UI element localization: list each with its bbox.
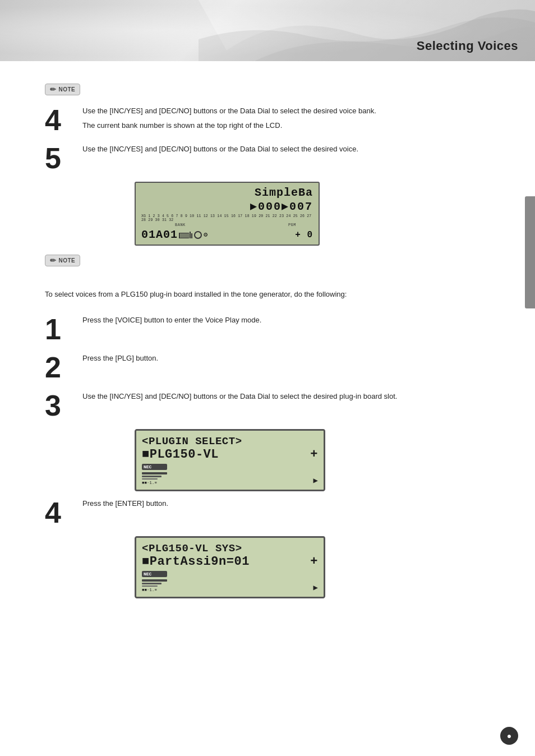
main-content: ✏ NOTE 4 Use the [INC/YES] and [DEC/NO] … — [0, 61, 535, 616]
lcd3-line2-plus: + — [310, 555, 318, 569]
mid-note-label: NOTE — [59, 257, 76, 264]
step-4b-text: Press the [ENTER] button. — [82, 498, 501, 509]
step-1-number: 1 — [45, 315, 76, 344]
lcd1-bank-label: BANK — [175, 223, 186, 227]
lcd3-bottom: NEC ■■·1.≡ ▶ — [142, 571, 318, 592]
lcd1-number-row: XG 1 2 3 4 5 6 7 8 9 10 11 12 13 14 15 1… — [141, 214, 313, 222]
step-2-block: 2 Press the [PLG] button. — [45, 353, 501, 384]
plugin-intro-text: To select voices from a PLG150 plug-in b… — [45, 289, 501, 300]
step-4-text-1: Use the [INC/YES] and [DEC/NO] buttons o… — [82, 105, 501, 117]
step-1-text: Press the [VOICE] button to enter the Vo… — [82, 315, 501, 326]
lcd1-gear-icon: ⚙ — [204, 231, 208, 239]
step-3-block: 3 Use the [INC/YES] and [DEC/NO] buttons… — [45, 391, 501, 422]
lcd2-bottom: NEC ■■·1.≡ ▶ — [142, 464, 318, 485]
lcd3-line1: <PLG150-VL SYS> — [142, 542, 318, 555]
lcd-display-1: SimpleBa ▶000▶007 XG 1 2 3 4 5 6 7 8 9 1… — [135, 182, 320, 246]
lcd2-nec-tag: NEC — [142, 464, 167, 470]
lcd-display-2: <PLUGIN SELECT> ■PLG150-VL + NEC ■■·1.≡ … — [135, 429, 325, 491]
lcd3-arrow: ▶ — [313, 583, 318, 592]
lcd3-line2-left: ■PartAssi9n=01 — [142, 555, 250, 569]
step-4b-number: 4 — [45, 498, 76, 527]
note-icon-2: ✏ — [50, 256, 57, 265]
step-1-block: 1 Press the [VOICE] button to enter the … — [45, 315, 501, 346]
step-4-block: 4 Use the [INC/YES] and [DEC/NO] buttons… — [45, 105, 501, 137]
lcd2-bar-1 — [142, 472, 167, 474]
lcd2-line2-left: ■PLG150-VL — [142, 448, 219, 462]
lcd3-bar-indicators: NEC ■■·1.≡ — [142, 571, 167, 592]
page-number-circle: ● — [500, 727, 518, 745]
lcd3-line2: ■PartAssi9n=01 + — [142, 555, 318, 569]
mid-note-badge: ✏ NOTE — [45, 255, 80, 266]
lcd2-line2: ■PLG150-VL + — [142, 448, 318, 462]
lcd1-circle-icon — [194, 231, 202, 239]
lcd1-bottom-row: 01A01 ⚙ + 0 — [141, 228, 313, 241]
lcd3-bar-2 — [142, 583, 162, 584]
lcd2-arrow: ▶ — [313, 476, 318, 485]
step-4b-block: 4 Press the [ENTER] button. — [45, 498, 501, 529]
lcd1-bank-pgm-labels: BANK PGM — [141, 223, 313, 227]
lcd2-line1: <PLUGIN SELECT> — [142, 435, 318, 448]
step-2-number: 2 — [45, 353, 76, 382]
step-5-block: 5 Use the [INC/YES] and [DEC/NO] buttons… — [45, 144, 501, 175]
header-banner: Selecting Voices — [0, 0, 535, 61]
lcd3-nec-tag: NEC — [142, 571, 167, 577]
step-5-number: 5 — [45, 144, 76, 173]
lcd2-bar-2 — [142, 476, 162, 477]
lcd-display-3: <PLG150-VL SYS> ■PartAssi9n=01 + NEC ■■·… — [135, 536, 325, 598]
note-icon: ✏ — [50, 85, 57, 94]
lcd3-bar-1 — [142, 579, 167, 582]
step-5-text: Use the [INC/YES] and [DEC/NO] buttons o… — [82, 144, 501, 155]
lcd1-line1: SimpleBa — [141, 186, 313, 199]
lcd2-bar-3 — [142, 478, 158, 480]
step-4-number: 4 — [45, 105, 76, 135]
lcd2-bar-indicators: NEC ■■·1.≡ — [142, 464, 167, 485]
lcd1-pgm-label: PGM — [288, 223, 296, 227]
lcd2-line2-plus: + — [310, 448, 318, 462]
page-title: Selecting Voices — [417, 39, 518, 53]
step-3-text: Use the [INC/YES] and [DEC/NO] buttons o… — [82, 391, 501, 402]
top-note-badge: ✏ NOTE — [45, 84, 80, 95]
step-4-text-2: The current bank number is shown at the … — [82, 120, 501, 131]
note-label: NOTE — [59, 86, 76, 93]
lcd3-bar-3 — [142, 586, 158, 587]
step-3-number: 3 — [45, 391, 76, 420]
page-number: ● — [507, 731, 511, 740]
step-2-text: Press the [PLG] button. — [82, 353, 501, 364]
lcd1-line2: ▶000▶007 — [141, 199, 313, 213]
lcd1-voice-code: 01A01 — [141, 228, 178, 241]
lcd1-plus-value: + 0 — [295, 230, 313, 240]
